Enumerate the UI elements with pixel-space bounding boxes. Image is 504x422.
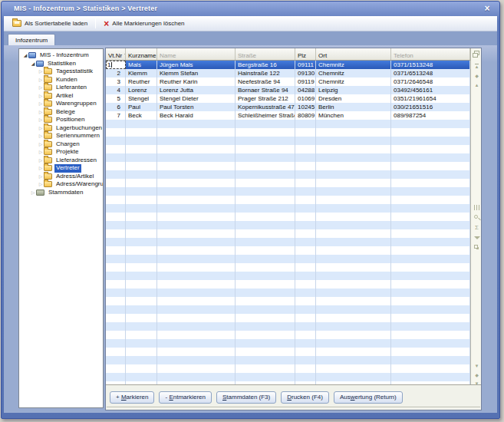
tree-item-statistiken[interactable]: ◢Statistiken bbox=[19, 60, 103, 68]
tree-item-chargen[interactable]: ▷Chargen bbox=[19, 140, 103, 149]
cell-vt-nr[interactable]: 1 bbox=[106, 61, 126, 69]
expander-collapsed-icon[interactable]: ▷ bbox=[30, 189, 36, 197]
cell-telefon[interactable]: 030/21651516 bbox=[391, 103, 470, 111]
expander-collapsed-icon[interactable]: ▷ bbox=[38, 157, 44, 165]
cell-plz[interactable]: 09111 bbox=[295, 61, 316, 69]
tree-item-projekte[interactable]: ▷Projekte bbox=[19, 148, 103, 157]
scroll-down-icon[interactable]: ▼ bbox=[471, 363, 481, 369]
tree-item-tagesstatistik[interactable]: ▷Tagesstatistik bbox=[19, 68, 103, 76]
cell-vt-nr[interactable]: 2 bbox=[106, 69, 126, 77]
expander-collapsed-icon[interactable]: ▷ bbox=[38, 68, 44, 76]
tree-item-lieferanten[interactable]: ▷Lieferanten bbox=[19, 84, 103, 92]
sum-icon[interactable]: Σ bbox=[471, 224, 481, 231]
scroll-drag-down-icon[interactable]: ◆ bbox=[471, 372, 481, 378]
cell-stra-e[interactable]: Neefestraße 94 bbox=[236, 77, 295, 86]
column-header-ort[interactable]: Ort bbox=[316, 48, 391, 60]
tree-item-lagerbuchungen[interactable]: ▷Lagerbuchungen bbox=[19, 124, 103, 133]
close-icon[interactable]: × bbox=[482, 2, 492, 16]
cell-stra-e[interactable]: Hainstraße 122 bbox=[236, 69, 295, 77]
tree-item-warengruppen[interactable]: ▷Warengruppen bbox=[19, 100, 103, 108]
table-row[interactable]: 5StengelStengel DieterPrager Straße 2120… bbox=[106, 94, 470, 103]
cell-kurzname[interactable]: Stengel bbox=[126, 94, 157, 103]
tree-item-adress-warengruppen[interactable]: ▷Adress/Warengruppen bbox=[19, 180, 103, 189]
load-sort-table-button[interactable]: Als Sortiertabelle laden bbox=[8, 17, 92, 30]
cell-name[interactable]: Stengel Dieter bbox=[157, 94, 236, 103]
clear-marks-button[interactable]: × Alle Markierungen löschen bbox=[99, 17, 189, 30]
evaluation-button[interactable]: Auswertung (Return) bbox=[334, 391, 403, 404]
expander-collapsed-icon[interactable]: ▷ bbox=[38, 132, 44, 140]
cell-name[interactable]: Reuther Karin bbox=[157, 77, 236, 86]
cell-ort[interactable]: Chemnitz bbox=[316, 61, 391, 69]
cell-name[interactable]: Paul Torsten bbox=[157, 103, 236, 111]
table-row[interactable]: 7BeckBeck HaraldSchleißheimer Straße 378… bbox=[106, 111, 470, 120]
filter-icon[interactable] bbox=[471, 235, 481, 241]
expander-collapsed-icon[interactable]: ▷ bbox=[38, 108, 44, 117]
cell-ort[interactable]: Berlin bbox=[316, 103, 391, 111]
cell-stra-e[interactable]: Kopernikusstraße 47 bbox=[236, 103, 295, 111]
tab-infozentrum[interactable]: Infozentrum bbox=[8, 34, 55, 46]
cell-plz[interactable]: 10245 bbox=[295, 103, 316, 111]
table-row[interactable]: 2KlemmKlemm StefanHainstraße 12209130Che… bbox=[106, 69, 470, 77]
cell-vt-nr[interactable]: 3 bbox=[106, 77, 126, 86]
cell-telefon[interactable]: 03492/456161 bbox=[391, 86, 470, 94]
cell-vt-nr[interactable]: 6 bbox=[106, 103, 126, 111]
column-header-vt-nr[interactable]: Vt.Nr bbox=[106, 48, 126, 60]
cell-vt-nr[interactable]: 7 bbox=[106, 111, 126, 120]
cell-ort[interactable]: Chemnitz bbox=[316, 69, 391, 77]
expander-collapsed-icon[interactable]: ▷ bbox=[38, 124, 44, 133]
stammdaten-button[interactable]: Stammdaten (F3) bbox=[216, 391, 276, 404]
expander-collapsed-icon[interactable]: ▷ bbox=[38, 84, 44, 92]
cell-name[interactable]: Lorenz Jutta bbox=[157, 86, 236, 94]
cell-telefon[interactable]: 0351/21961654 bbox=[391, 94, 470, 103]
cell-stra-e[interactable]: Prager Straße 212 bbox=[236, 94, 295, 103]
cell-ort[interactable]: Dresden bbox=[316, 94, 391, 103]
cell-plz[interactable]: 80809 bbox=[295, 111, 316, 120]
cell-ort[interactable]: München bbox=[316, 111, 391, 120]
copy-icon[interactable] bbox=[471, 244, 481, 251]
column-header-name[interactable]: Name bbox=[157, 48, 236, 60]
scroll-to-top-icon[interactable]: ▲ bbox=[471, 64, 481, 70]
cell-kurzname[interactable]: Reuther bbox=[126, 77, 157, 86]
expander-expanded-icon[interactable]: ◢ bbox=[22, 51, 28, 60]
cell-plz[interactable]: 09130 bbox=[295, 69, 316, 77]
expander-collapsed-icon[interactable]: ▷ bbox=[38, 148, 44, 157]
search-icon[interactable] bbox=[471, 214, 481, 221]
cell-plz[interactable]: 09119 bbox=[295, 77, 316, 86]
cell-telefon[interactable]: 089/987254 bbox=[391, 111, 470, 120]
cell-stra-e[interactable]: Schleißheimer Straße 378 bbox=[236, 111, 295, 120]
scroll-up-icon[interactable]: ▲ bbox=[471, 82, 481, 88]
tree-item-positionen[interactable]: ▷Positionen bbox=[19, 116, 103, 124]
expander-collapsed-icon[interactable]: ▷ bbox=[38, 180, 44, 189]
cell-plz[interactable]: 04288 bbox=[295, 86, 316, 94]
table-row[interactable]: 3ReutherReuther KarinNeefestraße 9409119… bbox=[106, 77, 470, 86]
cell-ort[interactable]: Leipzig bbox=[316, 86, 391, 94]
tree-item-belege[interactable]: ▷Belege bbox=[19, 108, 103, 117]
cell-plz[interactable]: 01069 bbox=[295, 94, 316, 103]
cell-name[interactable]: Jürgen Mals bbox=[157, 61, 236, 69]
expander-collapsed-icon[interactable]: ▷ bbox=[38, 92, 44, 101]
cell-kurzname[interactable]: Paul bbox=[126, 103, 157, 111]
cell-kurzname[interactable]: Lorenz bbox=[126, 86, 157, 94]
cell-kurzname[interactable]: Beck bbox=[126, 111, 157, 120]
cell-kurzname[interactable]: Mals bbox=[126, 61, 157, 69]
column-chooser-icon[interactable] bbox=[471, 51, 481, 58]
unmark-button[interactable]: - Entmarkieren bbox=[159, 391, 211, 404]
cell-telefon[interactable]: 0371/1513248 bbox=[391, 61, 470, 69]
print-button[interactable]: Drucken (F4) bbox=[281, 391, 329, 404]
column-header-telefon[interactable]: Telefon bbox=[391, 48, 470, 60]
scroll-drag-up-icon[interactable]: ◆ bbox=[471, 73, 481, 79]
tree-item-lieferadressen[interactable]: ▷Lieferadressen bbox=[19, 157, 103, 165]
table-row[interactable]: 6PaulPaul TorstenKopernikusstraße 471024… bbox=[106, 103, 470, 111]
cell-ort[interactable]: Chemnitz bbox=[316, 77, 391, 86]
column-header-kurzname[interactable]: Kurzname bbox=[126, 48, 157, 60]
cell-telefon[interactable]: 0371/6513248 bbox=[391, 69, 470, 77]
expander-expanded-icon[interactable]: ◢ bbox=[30, 60, 36, 68]
column-header-stra-e[interactable]: Straße bbox=[236, 48, 295, 60]
tree-item-kunden[interactable]: ▷Kunden bbox=[19, 76, 103, 84]
cell-telefon[interactable]: 0371/2646548 bbox=[391, 77, 470, 86]
cell-name[interactable]: Beck Harald bbox=[157, 111, 236, 120]
cell-vt-nr[interactable]: 5 bbox=[106, 94, 126, 103]
expander-collapsed-icon[interactable]: ▷ bbox=[38, 116, 44, 124]
tree-item-mis-infozentrum[interactable]: ◢MIS - Infozentrum bbox=[19, 51, 103, 60]
title-bar[interactable]: MIS - Infozentrum > Statistiken > Vertre… bbox=[2, 2, 499, 16]
